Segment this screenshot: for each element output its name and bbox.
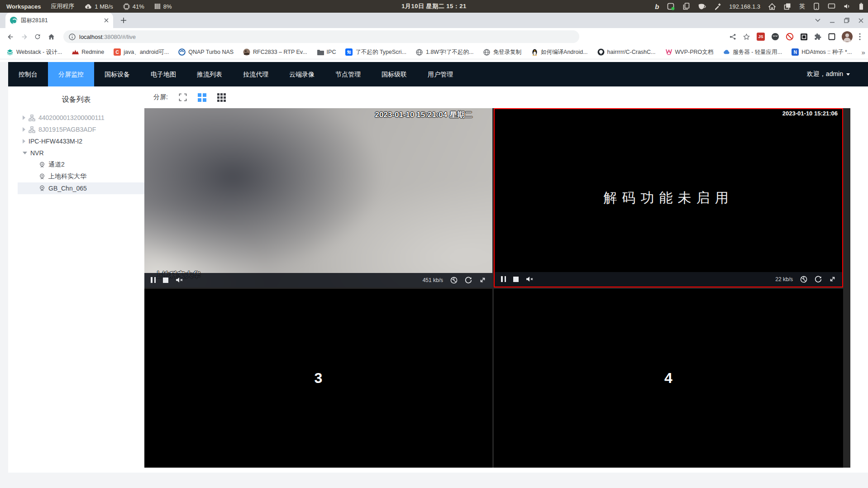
- bookmarks-overflow-button[interactable]: »: [861, 48, 865, 56]
- user-menu[interactable]: 欢迎，admin: [807, 70, 850, 78]
- color-picker-tray-icon[interactable]: [714, 3, 721, 10]
- input-language-indicator[interactable]: 英: [799, 2, 805, 10]
- volume-muted-icon[interactable]: [176, 277, 183, 283]
- screenshot-tray-icon[interactable]: [667, 3, 675, 10]
- phone-link-tray-icon[interactable]: [813, 3, 820, 10]
- back-icon[interactable]: [5, 31, 16, 43]
- bitrate-label: 451 kb/s: [423, 277, 443, 283]
- clipboard-tray-icon[interactable]: [784, 3, 791, 10]
- performance-icon[interactable]: [450, 277, 458, 284]
- browser-menu-icon[interactable]: [859, 33, 861, 40]
- copy-tray-icon[interactable]: [683, 3, 690, 10]
- reload-icon[interactable]: [32, 31, 43, 43]
- applications-menu[interactable]: 应用程序: [51, 2, 74, 10]
- video-cell-1[interactable]: 2023-01-10 15:21:04 星期二 上地科实大华 451 kb/s: [144, 108, 492, 287]
- pause-icon[interactable]: [151, 277, 156, 283]
- fullscreen-icon[interactable]: [179, 93, 187, 101]
- extensions-puzzle-icon[interactable]: [814, 33, 822, 41]
- tree-node-gb-chn-065[interactable]: GB_Chn_065: [18, 182, 144, 194]
- bitrate-label: 22 kb/s: [775, 276, 793, 282]
- tree-node-channel2[interactable]: 通道2: [18, 159, 144, 171]
- window-restore-icon[interactable]: [844, 18, 849, 23]
- video-cell-2[interactable]: 2023-01-10 15:21:06 解码功能未启用 22 kb/s: [494, 108, 843, 287]
- tab-gb28181[interactable]: 国标28181: [5, 13, 113, 28]
- qnap-icon: [178, 48, 186, 56]
- nav-item-console[interactable]: 控制台: [8, 62, 48, 86]
- bookmark-github-crash[interactable]: hairrrrr/C-CrashC...: [597, 48, 656, 56]
- bookmark-lighthouse-server[interactable]: 服务器 - 轻量应用...: [723, 48, 782, 56]
- bookmark-copy-free[interactable]: 免登录复制: [483, 48, 522, 56]
- bookmark-java-android[interactable]: Cjava、android可...: [114, 48, 169, 56]
- caret-right-icon[interactable]: [23, 127, 25, 132]
- refresh-icon[interactable]: [465, 277, 472, 284]
- forward-icon[interactable]: [18, 31, 30, 43]
- split-3x3-icon[interactable]: [217, 93, 226, 102]
- nav-item-pull-proxy[interactable]: 拉流代理: [233, 62, 279, 86]
- bookmark-rfc2833[interactable]: RFC2833 – RTP Ev...: [243, 48, 307, 56]
- clock[interactable]: 1月10日 星期二 15：21: [401, 2, 466, 10]
- profile-avatar[interactable]: [842, 31, 853, 42]
- nav-item-node-manage[interactable]: 节点管理: [325, 62, 371, 86]
- ip-address[interactable]: 192.168.1.3: [729, 3, 760, 10]
- nav-item-cloud-record[interactable]: 云端录像: [279, 62, 325, 86]
- osd-timestamp: 2023-01-10 15:21:06: [782, 110, 838, 117]
- nav-item-push-list[interactable]: 推流列表: [186, 62, 233, 86]
- stop-icon[interactable]: [163, 277, 168, 283]
- wvp-icon: [665, 48, 672, 56]
- site-info-icon[interactable]: [69, 33, 76, 40]
- expand-icon[interactable]: [479, 277, 486, 283]
- bookmark-ts-article[interactable]: 1.8W字!了不起的...: [416, 48, 474, 56]
- pause-icon[interactable]: [501, 276, 506, 282]
- bookmark-ipc-folder[interactable]: IPC: [317, 48, 336, 56]
- tree-node-nvr[interactable]: NVR: [18, 147, 144, 159]
- tree-node-ipc[interactable]: IPC-HFW4433M-I2: [18, 135, 144, 147]
- tab-close-icon[interactable]: [104, 18, 109, 23]
- bookmark-android-build[interactable]: 如何编译Android...: [531, 48, 588, 56]
- nav-item-gb-devices[interactable]: 国标设备: [94, 62, 140, 86]
- tab-search-icon[interactable]: [815, 19, 820, 22]
- caret-down-icon[interactable]: [23, 152, 27, 154]
- home-tray-icon[interactable]: [768, 3, 776, 10]
- nav-item-map[interactable]: 电子地图: [140, 62, 186, 86]
- bookmark-redmine[interactable]: Redmine: [72, 48, 104, 56]
- workspaces-button[interactable]: Workspaces: [6, 3, 41, 10]
- bookmark-star-icon[interactable]: [743, 33, 750, 41]
- share-icon[interactable]: [729, 33, 736, 40]
- expand-icon[interactable]: [829, 276, 836, 282]
- refresh-icon[interactable]: [815, 276, 822, 283]
- bookmark-typescript[interactable]: 知了不起的 TypeScri...: [345, 48, 406, 56]
- ext-mask-icon[interactable]: [771, 33, 779, 41]
- ext-blocker-icon[interactable]: [786, 33, 794, 41]
- nav-item-user-manage[interactable]: 用户管理: [417, 62, 463, 86]
- tree-node-shangdi-dahua[interactable]: 上地科实大华: [18, 171, 144, 182]
- tree-node-platform-8j[interactable]: 8J01915PAGB3ADF: [18, 124, 144, 135]
- window-close-icon[interactable]: [858, 18, 863, 23]
- stop-icon[interactable]: [513, 277, 519, 282]
- new-tab-button[interactable]: [118, 14, 129, 26]
- bookmark-webstack[interactable]: Webstack - 设计...: [6, 48, 62, 56]
- caret-right-icon[interactable]: [23, 139, 25, 144]
- window-minimize-icon[interactable]: [830, 18, 835, 23]
- volume-tray-icon[interactable]: [844, 3, 851, 10]
- address-bar[interactable]: localhost:38080/#/live: [63, 30, 579, 43]
- bookmark-hdatmos[interactable]: NHDAtmos :: 种子 *...: [792, 48, 852, 56]
- video-cell-3[interactable]: 3: [144, 289, 492, 468]
- volume-muted-icon[interactable]: [526, 276, 534, 282]
- ext-js-icon[interactable]: JS: [757, 33, 765, 41]
- battery-tray-icon[interactable]: [859, 3, 863, 10]
- bookmark-qnap[interactable]: QNAP Turbo NAS: [178, 48, 234, 56]
- coffee-tray-icon[interactable]: [698, 3, 706, 10]
- caret-right-icon[interactable]: [23, 115, 25, 120]
- nav-item-gb-cascade[interactable]: 国标级联: [371, 62, 417, 86]
- performance-icon[interactable]: [800, 276, 807, 283]
- bookmark-wvp-docs[interactable]: WVP-PRO文档: [665, 48, 714, 56]
- split-2x2-icon[interactable]: [198, 93, 206, 102]
- ext-darkreader-icon[interactable]: [800, 33, 808, 41]
- tree-node-platform-4402[interactable]: 4402000013200000111: [18, 112, 144, 124]
- tab-capture-icon[interactable]: [828, 33, 835, 40]
- bing-tray-icon[interactable]: b: [655, 3, 659, 10]
- nav-item-split-monitor[interactable]: 分屏监控: [48, 62, 94, 86]
- video-cell-4[interactable]: 4: [494, 289, 843, 468]
- display-tray-icon[interactable]: [828, 3, 835, 10]
- home-icon[interactable]: [45, 31, 57, 43]
